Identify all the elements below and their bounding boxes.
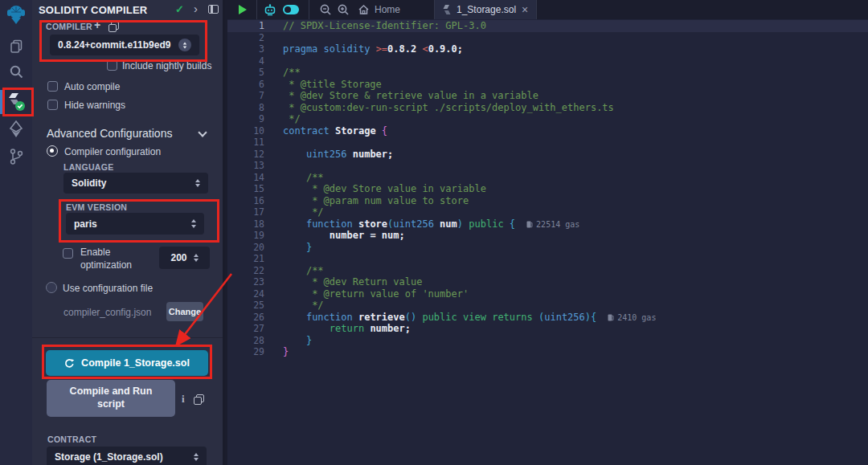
compile-button[interactable]: Compile 1_Storage.sol <box>46 350 208 376</box>
code-line[interactable]: 18 function store(uint256 num) public {2… <box>227 218 868 230</box>
file-explorer-icon[interactable] <box>0 39 32 54</box>
remix-ide-window: SOLIDITY COMPILER ✓ › COMPILER + 0.8.24+… <box>0 0 868 465</box>
code-line[interactable]: 13 <box>227 160 868 172</box>
tab-1-storage-sol[interactable]: 1_Storage.sol × <box>435 0 536 19</box>
search-icon[interactable] <box>0 64 32 80</box>
line-number: 15 <box>227 183 264 195</box>
line-number: 29 <box>227 346 264 358</box>
editor-top-bar: Home 1_Storage.sol × <box>227 0 868 19</box>
line-number: 2 <box>227 32 264 44</box>
copy-script-icon[interactable] <box>194 394 203 404</box>
code-line[interactable]: 1// SPDX-License-Identifier: GPL-3.0 <box>227 20 868 32</box>
git-icon[interactable] <box>0 148 32 165</box>
line-number: 18 <box>227 218 264 230</box>
ai-copilot-robot-icon[interactable] <box>264 0 276 19</box>
use-config-file-label: Use configuration file <box>63 283 153 294</box>
code-line[interactable]: 10contract Storage { <box>227 125 868 137</box>
home-icon[interactable] <box>358 0 370 19</box>
home-tab-label[interactable]: Home <box>375 4 400 15</box>
code-line[interactable]: 8 * @custom:dev-run-script ./scripts/dep… <box>227 102 868 114</box>
zoom-in-icon[interactable] <box>337 0 350 19</box>
code-line[interactable]: 9 */ <box>227 113 868 125</box>
deploy-run-icon[interactable] <box>0 120 32 138</box>
optimization-runs-input[interactable]: 200 <box>159 247 210 269</box>
code-line[interactable]: 16 * @param num value to store <box>227 195 868 207</box>
line-number: 24 <box>227 288 264 300</box>
code-line[interactable]: 25 */ <box>227 300 868 312</box>
contract-value: Storage (1_Storage.sol) <box>55 451 194 463</box>
enable-optimization-checkbox[interactable] <box>63 248 73 259</box>
code-line[interactable]: 4 <box>227 55 868 67</box>
remix-logo[interactable] <box>0 2 32 27</box>
code-line[interactable]: 5/** <box>227 67 868 79</box>
compiler-section-label: COMPILER <box>46 22 92 31</box>
reload-compiler-icon[interactable] <box>108 22 118 31</box>
solidity-compiler-icon[interactable] <box>0 90 32 112</box>
zoom-out-icon[interactable] <box>319 0 332 19</box>
pin-panel-icon[interactable] <box>208 5 219 14</box>
code-line[interactable]: 29} <box>227 346 868 358</box>
contract-select[interactable]: Storage (1_Storage.sol) <box>47 447 207 465</box>
line-number: 27 <box>227 323 264 335</box>
line-number: 19 <box>227 230 264 242</box>
code-line[interactable]: 11 <box>227 137 868 149</box>
code-line[interactable]: 17 */ <box>227 206 868 218</box>
code-line[interactable]: 19 number = num; <box>227 230 868 242</box>
code-line[interactable]: 26 function retrieve() public view retur… <box>227 312 868 324</box>
code-editor[interactable]: 1// SPDX-License-Identifier: GPL-3.023pr… <box>227 19 868 465</box>
code-line[interactable]: 28 } <box>227 335 868 347</box>
line-number: 21 <box>227 253 264 265</box>
line-number: 4 <box>227 55 264 67</box>
fuel-pump-icon <box>526 220 533 228</box>
code-line[interactable]: 23 * @dev Return value <box>227 276 868 288</box>
code-line[interactable]: 3pragma solidity >=0.8.2 <0.9.0; <box>227 43 868 55</box>
close-tab-icon[interactable]: × <box>522 3 528 16</box>
fuel-pump-icon <box>608 313 614 321</box>
line-number: 12 <box>227 149 264 161</box>
hide-warnings-checkbox[interactable] <box>47 100 58 110</box>
code-line[interactable]: 20 } <box>227 242 868 254</box>
select-stepper-icon <box>195 179 200 188</box>
code-line[interactable]: 27 return number; <box>227 323 868 335</box>
evm-version-select[interactable]: paris <box>66 213 204 235</box>
code-line[interactable]: 22 /** <box>227 265 868 277</box>
select-stepper-icon <box>194 453 199 462</box>
collapse-panel-icon[interactable]: › <box>194 2 198 15</box>
contract-section-label: CONTRACT <box>47 434 96 444</box>
code-line[interactable]: 2 <box>227 32 868 44</box>
info-icon[interactable]: i <box>182 393 185 406</box>
evm-version-value: paris <box>74 218 191 230</box>
code-line[interactable]: 24 * @return value of 'number' <box>227 288 868 300</box>
language-select[interactable]: Solidity <box>63 173 208 194</box>
panel-header: SOLIDITY COMPILER ✓ › <box>32 0 223 19</box>
nightly-builds-label: Include nightly builds <box>122 60 211 71</box>
line-number: 3 <box>227 43 264 55</box>
compiler-version-value: 0.8.24+commit.e11b9ed9 <box>58 39 178 51</box>
line-number: 20 <box>227 242 264 254</box>
line-number: 5 <box>227 67 264 79</box>
code-line[interactable]: 21 <box>227 253 868 265</box>
code-line[interactable]: 12 uint256 number; <box>227 149 868 161</box>
solidity-file-icon <box>443 4 451 15</box>
code-line[interactable]: 15 * @dev Store value in variable <box>227 183 868 195</box>
advanced-configurations-title[interactable]: Advanced Configurations <box>47 127 172 140</box>
compile-and-run-button[interactable]: Compile and Run script <box>47 380 175 417</box>
select-stepper-icon <box>191 219 196 228</box>
run-script-play-icon[interactable] <box>239 5 247 14</box>
copilot-toggle[interactable] <box>283 5 299 14</box>
chevron-down-icon[interactable] <box>198 128 207 137</box>
code-line[interactable]: 7 * @dev Store & retrieve value in a var… <box>227 90 868 102</box>
line-number: 14 <box>227 172 264 184</box>
compiler-version-select[interactable]: 0.8.24+commit.e11b9ed9 <box>50 35 199 55</box>
evm-version-label: EVM VERSION <box>66 202 127 212</box>
line-number: 22 <box>227 265 264 277</box>
change-config-button[interactable]: Change <box>166 302 203 321</box>
use-config-file-radio[interactable] <box>46 282 57 293</box>
auto-compile-checkbox[interactable] <box>47 81 58 92</box>
code-line[interactable]: 6 * @title Storage <box>227 79 868 91</box>
nightly-builds-checkbox[interactable] <box>107 60 117 71</box>
config-file-name: compiler_config.json <box>63 307 151 318</box>
code-line[interactable]: 14 /** <box>227 172 868 184</box>
compiler-configuration-radio[interactable] <box>47 145 58 157</box>
add-custom-compiler-icon[interactable]: + <box>94 18 100 31</box>
